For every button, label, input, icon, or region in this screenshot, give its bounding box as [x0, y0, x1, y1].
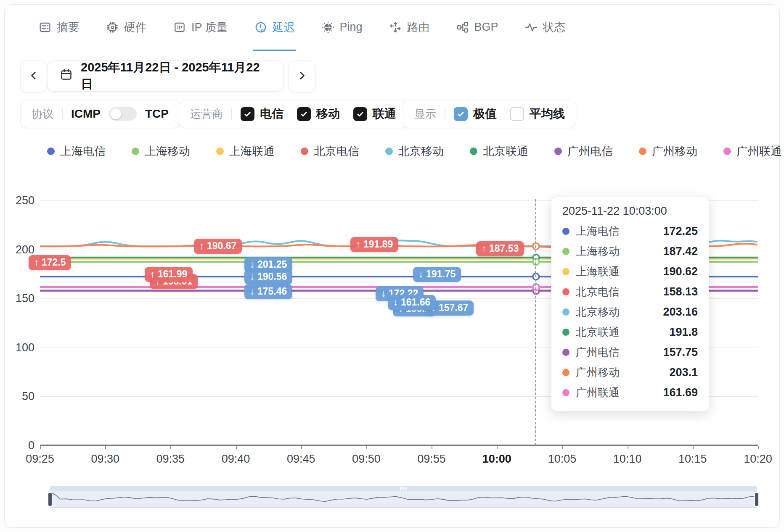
x-axis-tick [432, 446, 432, 449]
operator-options: 电信移动联通 [241, 106, 396, 122]
divider [445, 108, 445, 120]
min-value-badge: ↓ 191.75 [413, 267, 461, 282]
tooltip-series-dot [562, 228, 569, 235]
datazoom-brush[interactable] [50, 486, 757, 509]
minimap-line [51, 492, 755, 501]
legend-item-2[interactable]: 上海联通 [216, 144, 275, 159]
legend-dot [554, 147, 562, 155]
tab-label: 硬件 [124, 20, 147, 35]
checked-checkbox[interactable] [297, 107, 311, 121]
display-checkbox-极值[interactable]: 极值 [454, 106, 497, 122]
legend-item-0[interactable]: 上海电信 [47, 144, 106, 159]
checkbox-label: 平均线 [530, 106, 565, 122]
tab-summary[interactable]: 摘要 [37, 5, 80, 51]
tab-label: 路由 [407, 20, 430, 35]
x-axis-label: 09:50 [352, 453, 381, 466]
tab-latency[interactable]: 24延迟 [253, 5, 296, 51]
checkbox-label: 电信 [260, 106, 283, 122]
tooltip-series-name: 上海移动 [576, 244, 620, 259]
axis-pointer-line [535, 199, 536, 445]
tooltip-series-dot [562, 369, 569, 376]
max-value-badge: ↑ 191.89 [350, 237, 398, 252]
tab-route[interactable]: 路由 [388, 5, 431, 51]
legend-dot [385, 147, 393, 155]
legend-item-6[interactable]: 广州电信 [554, 144, 613, 159]
tooltip-series-value: 203.16 [663, 306, 698, 319]
legend-item-8[interactable]: 广州联通 [723, 144, 782, 159]
min-value-badge: ↓ 161.66 [388, 295, 436, 310]
prev-date-button[interactable] [20, 61, 47, 92]
x-axis-tick [562, 446, 563, 449]
x-axis-label: 09:45 [287, 453, 315, 466]
divider [62, 108, 63, 120]
latency-dashboard: 摘要硬件IPIP 质量24延迟Ping路由BGP状态 2025年11月22日 -… [0, 0, 784, 532]
next-date-button[interactable] [289, 61, 315, 92]
tooltip-series-dot [562, 349, 569, 356]
tooltip-series-value: 161.69 [663, 386, 698, 399]
legend-item-1[interactable]: 上海移动 [132, 144, 190, 159]
legend-item-4[interactable]: 北京移动 [385, 144, 444, 159]
protocol-toggle[interactable] [109, 107, 137, 121]
date-range-button[interactable]: 2025年11月22日 - 2025年11月22日 [47, 61, 283, 92]
tooltip-series-value: 172.25 [663, 225, 698, 238]
date-range-label: 2025年11月22日 - 2025年11月22日 [81, 59, 271, 93]
y-axis-label: 200 [8, 243, 34, 256]
unchecked-checkbox[interactable] [510, 107, 524, 121]
protocol-filter-group: 协议 ICMP TCP [20, 100, 180, 128]
x-axis-tick [366, 446, 367, 449]
divider [231, 108, 232, 120]
legend-dot [132, 147, 139, 155]
legend-item-7[interactable]: 广州移动 [639, 144, 697, 159]
legend-label: 广州联通 [736, 144, 782, 159]
chevron-left-icon [27, 69, 40, 84]
brush-handle-left[interactable] [48, 492, 53, 507]
legend-label: 上海移动 [145, 144, 190, 159]
checked-checkbox[interactable] [454, 107, 468, 121]
tooltip-series-dot [562, 268, 569, 275]
legend-item-3[interactable]: 北京电信 [301, 144, 359, 159]
brush-handle-right[interactable] [754, 492, 759, 507]
tooltip-series-value: 157.75 [663, 346, 698, 359]
drag-handle-icon[interactable] [400, 487, 407, 490]
legend-label: 上海联通 [229, 144, 275, 159]
display-checkbox-平均线[interactable]: 平均线 [510, 106, 565, 122]
tooltip-row: 上海联通190.62 [562, 261, 698, 282]
tooltip-series-dot [562, 288, 569, 295]
x-axis-label: 10:15 [678, 453, 707, 466]
status-icon [524, 21, 538, 34]
tab-ping[interactable]: Ping [320, 5, 363, 51]
tooltip-series-name: 上海联通 [576, 264, 620, 279]
tab-ip-quality[interactable]: IPIP 质量 [172, 5, 229, 51]
route-icon [389, 21, 402, 34]
x-axis-label: 09:30 [91, 453, 119, 466]
tab-hardware[interactable]: 硬件 [105, 5, 148, 51]
x-axis-tick [40, 446, 41, 449]
display-filter-group: 显示 极值平均线 [403, 100, 576, 128]
legend-dot [47, 147, 55, 155]
cursor-marker-上海移动 [533, 258, 539, 265]
max-value-badge: ↑ 190.67 [194, 239, 242, 254]
legend-dot [639, 147, 646, 155]
x-axis-tick [105, 446, 106, 449]
checked-checkbox[interactable] [353, 107, 367, 121]
checkbox-label: 移动 [316, 106, 340, 122]
operator-checkbox-电信[interactable]: 电信 [241, 106, 283, 122]
x-axis-label: 10:10 [613, 453, 642, 466]
operator-checkbox-移动[interactable]: 移动 [297, 106, 340, 122]
x-axis-label: 09:55 [417, 453, 446, 466]
hardware-icon [106, 21, 119, 34]
legend-item-5[interactable]: 北京联通 [470, 144, 528, 159]
legend-label: 北京联通 [483, 144, 528, 159]
cursor-marker-广州移动 [533, 243, 539, 250]
operator-checkbox-联通[interactable]: 联通 [353, 106, 396, 122]
tooltip-series-name: 广州电信 [576, 345, 620, 360]
checked-checkbox[interactable] [241, 107, 254, 121]
max-value-badge: ↑ 161.99 [145, 267, 193, 282]
x-axis-line [40, 445, 758, 446]
tooltip-series-dot [562, 389, 569, 396]
tab-bgp[interactable]: BGP [455, 5, 499, 51]
chart-legend: 上海电信上海移动上海联通北京电信北京移动北京联通广州电信广州移动广州联通 [47, 143, 782, 160]
tooltip-series-name: 上海电信 [576, 224, 620, 239]
legend-label: 广州移动 [652, 144, 697, 159]
tab-status[interactable]: 状态 [524, 5, 567, 51]
